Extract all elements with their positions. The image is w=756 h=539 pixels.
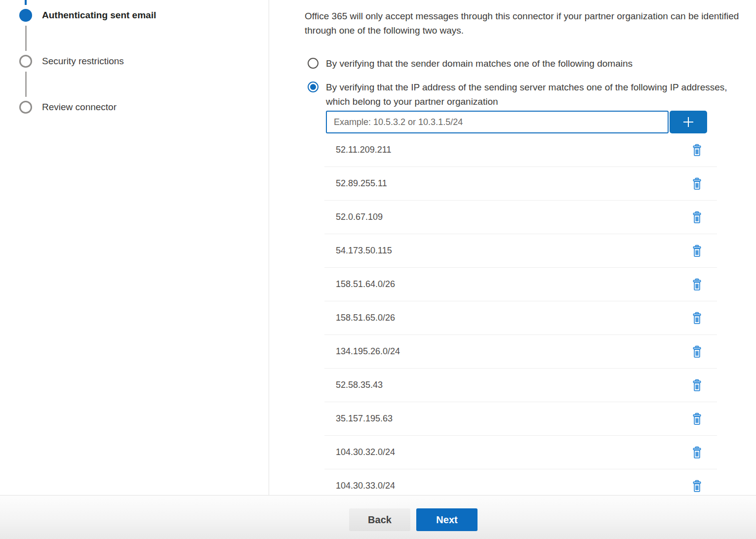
trash-icon: [691, 144, 703, 157]
intro-text: Office 365 will only accept messages thr…: [305, 9, 748, 38]
delete-ip-button[interactable]: [689, 277, 704, 292]
ip-address-value: 52.11.209.211: [324, 145, 689, 155]
option-label: By verifying that the sender domain matc…: [326, 56, 633, 71]
trash-icon: [691, 480, 703, 493]
ip-address-value: 104.30.32.0/24: [324, 447, 689, 457]
ip-address-value: 158.51.64.0/26: [324, 279, 689, 290]
verification-option[interactable]: By verifying that the IP address of the …: [305, 80, 749, 109]
delete-ip-button[interactable]: [689, 445, 704, 460]
trash-icon: [691, 379, 703, 392]
delete-ip-button[interactable]: [689, 311, 704, 326]
delete-ip-button[interactable]: [689, 143, 704, 158]
ip-list-item: 104.30.32.0/24: [324, 436, 717, 469]
step-label: Authenticating sent email: [42, 10, 156, 21]
radio-selected-icon[interactable]: [308, 82, 318, 92]
delete-ip-button[interactable]: [689, 412, 704, 426]
next-button[interactable]: Next: [416, 508, 477, 531]
wizard-step[interactable]: Security restrictions: [0, 55, 156, 68]
ip-address-value: 35.157.195.63: [324, 414, 689, 424]
trash-icon: [691, 177, 703, 190]
step-connector-line: [25, 72, 27, 97]
wizard-stepper: Authenticating sent email Security restr…: [0, 0, 156, 114]
delete-ip-button[interactable]: [689, 344, 704, 359]
add-ip-button[interactable]: [670, 111, 707, 133]
ip-address-list: 52.11.209.211 52.89.255.11: [324, 133, 717, 503]
step-connector-line-top: [25, 0, 27, 5]
step-circle-icon: [19, 55, 32, 68]
trash-icon: [691, 446, 703, 459]
ip-list-item: 52.11.209.211: [324, 133, 717, 167]
trash-icon: [691, 211, 703, 224]
step-circle-icon: [19, 101, 32, 114]
delete-ip-button[interactable]: [689, 210, 704, 225]
wizard-steps-panel: Authenticating sent email Security restr…: [0, 0, 269, 495]
back-button[interactable]: Back: [349, 508, 410, 531]
ip-list-item: 35.157.195.63: [324, 402, 717, 436]
step-label: Review connector: [42, 102, 117, 113]
ip-address-value: 134.195.26.0/24: [324, 346, 689, 357]
plus-icon: [681, 115, 696, 129]
ip-address-input[interactable]: [326, 111, 669, 133]
ip-list-item: 158.51.65.0/26: [324, 301, 717, 335]
ip-list-item: 54.173.50.115: [324, 234, 717, 268]
ip-address-value: 104.30.33.0/24: [324, 481, 689, 491]
connector-settings-main: Office 365 will only accept messages thr…: [305, 0, 749, 503]
trash-icon: [691, 245, 703, 257]
wizard-footer: Back Next: [0, 495, 756, 539]
ip-list-item: 52.0.67.109: [324, 201, 717, 234]
verification-options: By verifying that the sender domain matc…: [305, 56, 749, 109]
wizard-step[interactable]: Review connector: [0, 101, 156, 114]
trash-icon: [691, 413, 703, 425]
ip-list-item: 158.51.64.0/26: [324, 268, 717, 301]
ip-list-item: 134.195.26.0/24: [324, 335, 717, 369]
ip-list-item: 52.58.35.43: [324, 369, 717, 402]
trash-icon: [691, 345, 703, 358]
step-connector-line: [25, 26, 27, 51]
ip-address-value: 158.51.65.0/26: [324, 313, 689, 323]
trash-icon: [691, 278, 703, 291]
ip-address-value: 54.173.50.115: [324, 246, 689, 256]
ip-list-item: 52.89.255.11: [324, 167, 717, 201]
delete-ip-button[interactable]: [689, 378, 704, 393]
ip-address-value: 52.89.255.11: [324, 178, 689, 189]
step-circle-icon: [19, 9, 32, 22]
radio-unselected-icon[interactable]: [308, 58, 318, 69]
ip-address-value: 52.0.67.109: [324, 212, 689, 222]
trash-icon: [691, 312, 703, 325]
delete-ip-button[interactable]: [689, 176, 704, 191]
verification-option[interactable]: By verifying that the sender domain matc…: [305, 56, 749, 71]
delete-ip-button[interactable]: [689, 244, 704, 258]
step-label: Security restrictions: [42, 56, 124, 67]
option-label: By verifying that the IP address of the …: [326, 80, 728, 109]
ip-address-value: 52.58.35.43: [324, 380, 689, 390]
wizard-step[interactable]: Authenticating sent email: [0, 9, 156, 22]
delete-ip-button[interactable]: [689, 479, 704, 494]
stepper-steps: Authenticating sent email Security restr…: [0, 9, 156, 114]
ip-add-row: [326, 111, 749, 133]
